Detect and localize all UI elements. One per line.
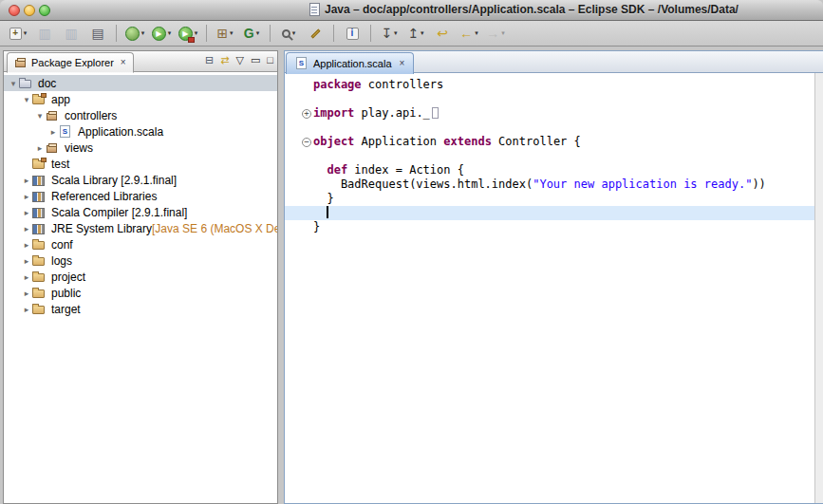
external-tools-icon: ▶ bbox=[178, 27, 193, 41]
collapsed-arrow-icon[interactable]: ▸ bbox=[21, 256, 32, 266]
save-all-button[interactable]: ▥ bbox=[59, 23, 84, 44]
collapsed-arrow-icon[interactable]: ▸ bbox=[21, 224, 32, 233]
folder-icon bbox=[32, 238, 47, 252]
search-button[interactable]: ▾ bbox=[276, 23, 301, 44]
collapsed-arrow-icon[interactable]: ▸ bbox=[21, 272, 32, 282]
run-button[interactable]: ▶▾ bbox=[149, 23, 174, 44]
annotation-ruler-cell bbox=[285, 149, 300, 163]
dropdown-arrow-icon[interactable]: ▾ bbox=[24, 29, 28, 37]
previous-annotation-icon: ↥ bbox=[407, 27, 419, 40]
debug-button[interactable]: ▾ bbox=[122, 23, 147, 44]
code-text: } bbox=[313, 192, 334, 206]
zoom-button[interactable] bbox=[39, 5, 50, 16]
forward-icon: → bbox=[486, 27, 499, 40]
source-folder-icon bbox=[32, 93, 47, 106]
tree-item-test[interactable]: test bbox=[4, 156, 277, 172]
dropdown-arrow-icon[interactable]: ▾ bbox=[168, 29, 172, 37]
code-editor[interactable]: package controllers+import play.api._−ob… bbox=[285, 73, 823, 503]
collapsed-arrow-icon[interactable]: ▸ bbox=[21, 176, 32, 185]
dropdown-arrow-icon[interactable]: ▾ bbox=[195, 29, 198, 37]
print-button[interactable]: ▤ bbox=[85, 23, 110, 44]
forward-button[interactable]: →▾ bbox=[483, 23, 508, 44]
external-tools-button[interactable]: ▶▾ bbox=[176, 23, 200, 44]
fold-ruler-cell bbox=[300, 163, 313, 177]
toolbar-separator bbox=[206, 25, 207, 42]
collapsed-arrow-icon[interactable]: ▸ bbox=[21, 289, 32, 298]
library-icon bbox=[32, 174, 47, 187]
tree-item-scala-library-2-9-1-final[interactable]: ▸Scala Library [2.9.1.final] bbox=[4, 172, 277, 188]
next-annotation-button[interactable]: ↧▾ bbox=[377, 23, 402, 44]
last-edit-location-button[interactable]: ↩ bbox=[430, 23, 455, 44]
collapse-all-icon[interactable]: ⊟ bbox=[205, 55, 214, 65]
new-wizard-button[interactable]: +▾ bbox=[6, 23, 30, 44]
dropdown-arrow-icon[interactable]: ▾ bbox=[501, 29, 505, 37]
toggle-mark-occurrences-button[interactable] bbox=[303, 23, 327, 44]
collapsed-arrow-icon[interactable]: ▸ bbox=[21, 240, 32, 250]
dropdown-arrow-icon[interactable]: ▾ bbox=[230, 29, 234, 37]
collapsed-arrow-icon[interactable]: ▸ bbox=[47, 127, 59, 137]
collapsed-arrow-icon[interactable]: ▸ bbox=[21, 305, 32, 314]
context-help-button[interactable]: i bbox=[340, 23, 365, 44]
tree-item-controllers[interactable]: ▾controllers bbox=[4, 107, 277, 123]
tree-item-views[interactable]: ▸views bbox=[4, 140, 277, 156]
package-explorer-tab[interactable]: Package Explorer × bbox=[7, 52, 134, 73]
window-title: Java – doc/app/controllers/Application.s… bbox=[325, 3, 739, 16]
new-java-project-button[interactable]: ⊞▾ bbox=[213, 23, 237, 44]
save-button[interactable]: ▥ bbox=[32, 23, 57, 44]
tree-item-doc[interactable]: ▾doc bbox=[4, 75, 277, 91]
titlebar: Java – doc/app/controllers/Application.s… bbox=[0, 0, 823, 21]
tree-item-scala-compiler-2-9-1-final[interactable]: ▸Scala Compiler [2.9.1.final] bbox=[4, 204, 277, 220]
expanded-arrow-icon[interactable]: ▾ bbox=[34, 111, 46, 121]
tree-item-jre-system-library[interactable]: ▸JRE System Library [Java SE 6 (MacOS X … bbox=[4, 220, 277, 236]
collapsed-arrow-icon[interactable]: ▸ bbox=[21, 192, 32, 201]
dropdown-arrow-icon[interactable]: ▾ bbox=[394, 29, 398, 37]
fold-collapse-icon[interactable]: − bbox=[302, 138, 311, 147]
tree-item-logs[interactable]: ▸logs bbox=[4, 252, 277, 269]
dropdown-arrow-icon[interactable]: ▾ bbox=[421, 29, 424, 37]
collapsed-arrow-icon[interactable]: ▸ bbox=[21, 208, 32, 217]
dropdown-arrow-icon[interactable]: ▾ bbox=[141, 29, 145, 37]
tree-item-project[interactable]: ▸project bbox=[4, 269, 277, 285]
scala-file-icon: S bbox=[295, 57, 309, 70]
open-element-button[interactable]: G▾ bbox=[239, 23, 264, 44]
dropdown-arrow-icon[interactable]: ▾ bbox=[256, 29, 260, 37]
view-menu-icon[interactable]: ▽ bbox=[235, 55, 243, 65]
annotation-ruler-cell bbox=[285, 206, 300, 220]
toolbar-separator bbox=[333, 25, 334, 42]
expanded-arrow-icon[interactable]: ▾ bbox=[8, 79, 19, 88]
package-explorer-panel: Package Explorer × ⊟⇄▽▭□ ▾doc▾app▾contro… bbox=[3, 50, 278, 504]
previous-annotation-button[interactable]: ↥▾ bbox=[403, 23, 428, 44]
editor-tab[interactable]: S Application.scala × bbox=[286, 52, 414, 74]
tree-item-public[interactable]: ▸public bbox=[4, 285, 277, 301]
fold-ruler-cell bbox=[300, 206, 313, 220]
tree-item-conf[interactable]: ▸conf bbox=[4, 236, 277, 252]
minimize-icon[interactable]: ▭ bbox=[251, 55, 260, 65]
dropdown-arrow-icon[interactable]: ▾ bbox=[292, 29, 296, 37]
search-icon bbox=[282, 29, 290, 38]
tree-item-app[interactable]: ▾app bbox=[4, 91, 277, 107]
tree-item-referenced-libraries[interactable]: ▸Referenced Libraries bbox=[4, 188, 277, 204]
dropdown-arrow-icon[interactable]: ▾ bbox=[475, 29, 478, 37]
toolbar-separator bbox=[116, 25, 117, 42]
print-icon: ▤ bbox=[91, 27, 103, 40]
view-toolbar: ⊟⇄▽▭□ bbox=[205, 55, 273, 65]
fold-expand-icon[interactable]: + bbox=[302, 109, 311, 119]
close-icon[interactable]: × bbox=[121, 58, 126, 67]
back-button[interactable]: ←▾ bbox=[457, 23, 481, 44]
last-edit-location-icon: ↩ bbox=[437, 27, 448, 40]
package-icon bbox=[46, 141, 61, 155]
expanded-arrow-icon[interactable]: ▾ bbox=[21, 95, 32, 104]
close-icon[interactable]: × bbox=[400, 59, 405, 68]
maximize-icon[interactable]: □ bbox=[267, 55, 273, 65]
overview-ruler[interactable] bbox=[814, 73, 823, 503]
toolbar-separator bbox=[370, 25, 371, 42]
tree-item-application-scala[interactable]: ▸SApplication.scala bbox=[4, 123, 277, 140]
link-with-editor-icon[interactable]: ⇄ bbox=[220, 55, 229, 65]
window-title-group: Java – doc/app/controllers/Application.s… bbox=[309, 3, 739, 16]
annotation-ruler-cell bbox=[285, 121, 300, 135]
collapsed-arrow-icon[interactable]: ▸ bbox=[34, 143, 46, 153]
minimize-button[interactable] bbox=[24, 5, 35, 16]
tree-item-target[interactable]: ▸target bbox=[4, 301, 277, 317]
main-toolbar: +▾▥▥▤▾▶▾▶▾⊞▾G▾▾i↧▾↥▾↩←▾→▾ bbox=[0, 21, 823, 47]
close-button[interactable] bbox=[9, 5, 20, 16]
